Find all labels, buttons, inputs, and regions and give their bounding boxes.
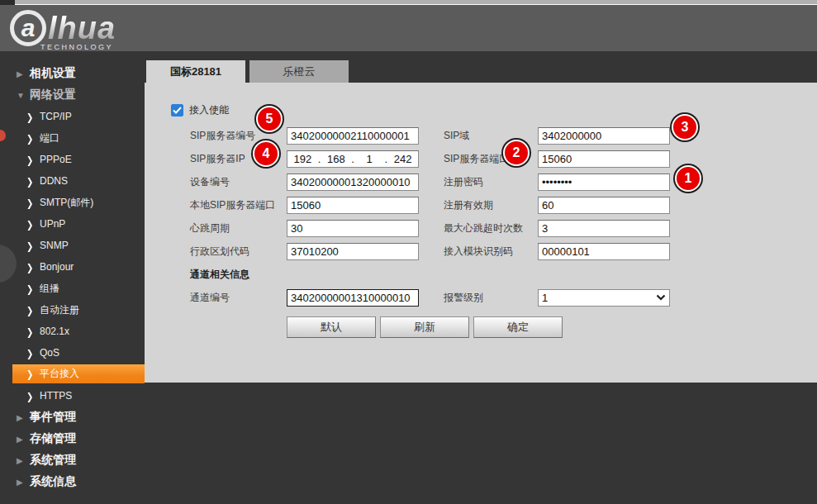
sidebar-item-label: SMTP(邮件) — [40, 196, 93, 210]
triangle-right-icon: ▶ — [17, 456, 30, 465]
form-row: SIP服务器编号SIP域 — [145, 124, 817, 147]
sidebar-item-label: 系统信息 — [30, 474, 76, 489]
sip-server-id-input[interactable] — [287, 127, 419, 145]
device-id-input[interactable] — [287, 174, 419, 191]
chevron-right-icon: ❯ — [26, 240, 40, 250]
form-row: 心跳周期最大心跳超时次数 — [145, 216, 817, 240]
default-button[interactable]: 默认 — [287, 316, 376, 338]
sidebar-item-upnp[interactable]: ❯UPnP — [12, 213, 145, 235]
sidebar-item-pppoe[interactable]: ❯PPPoE — [12, 149, 145, 170]
form-row: 设备编号注册密码 — [145, 170, 817, 193]
chevron-right-icon: ❯ — [26, 283, 40, 293]
sidebar-item-label: DDNS — [40, 175, 68, 187]
sidebar-item-smtp[interactable]: ❯SMTP(邮件) — [12, 192, 145, 213]
chevron-right-icon: ❯ — [26, 111, 40, 121]
register-validity-input[interactable] — [538, 197, 670, 214]
channel-id-input[interactable] — [287, 289, 419, 307]
sidebar-item-system-info[interactable]: ▶系统信息 — [0, 471, 145, 492]
logo-circle-a: a — [10, 10, 46, 46]
sidebar-item-tcpip[interactable]: ❯TCP/IP — [12, 106, 145, 127]
triangle-right-icon: ▶ — [17, 435, 30, 444]
chevron-right-icon: ❯ — [26, 304, 40, 315]
access-enable-checkbox[interactable] — [171, 104, 183, 116]
sidebar-item-bonjour[interactable]: ❯Bonjour — [12, 256, 145, 278]
sidebar-item-label: 存储管理 — [30, 431, 76, 446]
sip-server-ip-input[interactable]: 192.168.1.242 — [287, 150, 419, 168]
sidebar-item-8021x[interactable]: ❯802.1x — [12, 321, 145, 342]
ip-octet[interactable]: 242 — [387, 153, 418, 165]
admin-region-code-label: 行政区划代码 — [190, 245, 287, 259]
annotation-circle-4: 4 — [253, 140, 279, 167]
ip-octet[interactable]: 1 — [354, 153, 385, 165]
sidebar-item-label: 自动注册 — [40, 303, 79, 317]
sidebar-item-label: 802.1x — [40, 326, 69, 337]
admin-region-code-input[interactable] — [287, 243, 419, 260]
sip-domain-input[interactable] — [538, 127, 670, 145]
device-id-label: 设备编号 — [190, 175, 287, 189]
form-row: SIP服务器IP192.168.1.242SIP服务器端口 — [145, 147, 817, 170]
annotation-circle-3: 3 — [672, 114, 698, 140]
chevron-right-icon: ❯ — [26, 390, 40, 401]
sidebar-item-platform-access[interactable]: ❯平台接入 — [12, 364, 145, 383]
sidebar-item-event-management[interactable]: ▶事件管理 — [0, 407, 145, 428]
triangle-right-icon: ▶ — [17, 69, 30, 78]
sidebar-item-auto-register[interactable]: ❯自动注册 — [12, 299, 145, 321]
local-sip-port-input[interactable] — [287, 197, 419, 214]
chevron-right-icon: ❯ — [26, 347, 40, 358]
chevron-right-icon: ❯ — [26, 261, 40, 272]
chevron-right-icon: ❯ — [26, 132, 40, 143]
sidebar-item-label: PPPoE — [40, 154, 72, 165]
annotation-circle-2: 2 — [503, 140, 530, 166]
access-enable-label: 接入使能 — [189, 103, 229, 117]
triangle-right-icon: ▶ — [17, 478, 30, 487]
chevron-right-icon: ❯ — [26, 154, 40, 164]
annotation-circle-5: 5 — [256, 106, 283, 132]
annotation-circle-1: 1 — [675, 165, 701, 192]
sidebar-item-snmp[interactable]: ❯SNMP — [12, 235, 145, 256]
sidebar-item-https[interactable]: ❯HTTPS — [12, 385, 145, 407]
sidebar-item-port[interactable]: ❯端口 — [12, 127, 145, 149]
dahua-logo: a lhua TECHNOLOGY — [10, 10, 116, 46]
sidebar-item-label: SNMP — [40, 240, 69, 251]
access-module-id-input[interactable] — [538, 243, 670, 260]
alarm-level-selected-value: 1 — [542, 292, 656, 304]
access-module-id-label: 接入模块识别码 — [444, 245, 538, 259]
sidebar-item-label: 系统管理 — [30, 453, 76, 468]
sidebar-item-qos[interactable]: ❯QoS — [12, 342, 145, 364]
chevron-right-icon: ❯ — [26, 175, 40, 186]
sidebar-item-storage-management[interactable]: ▶存储管理 — [0, 428, 145, 449]
max-heartbeat-timeouts-input[interactable] — [538, 220, 670, 237]
register-validity-label: 注册有效期 — [444, 198, 538, 212]
tab-gb28181[interactable]: 国标28181 — [146, 60, 245, 83]
tab-gb28181-label: 国标28181 — [170, 64, 221, 79]
sip-domain-label: SIP域 — [444, 129, 538, 143]
sidebar-item-ddns[interactable]: ❯DDNS — [12, 170, 145, 192]
confirm-button[interactable]: 确定 — [473, 316, 563, 338]
sidebar-item-label: 网络设置 — [30, 88, 76, 102]
sidebar-item-label: HTTPS — [40, 390, 72, 402]
sidebar-item-network-settings[interactable]: ▼网络设置 — [0, 84, 145, 106]
sidebar-item-camera-settings[interactable]: ▶相机设置 — [0, 63, 145, 84]
sidebar-item-multicast[interactable]: ❯组播 — [12, 278, 145, 299]
header: a lhua TECHNOLOGY — [0, 5, 817, 51]
checkmark-icon — [173, 107, 182, 114]
logo-wordmark: lhua — [48, 11, 116, 46]
sidebar-item-system-management[interactable]: ▶系统管理 — [0, 449, 145, 471]
tab-lechange-cloud-label: 乐橙云 — [283, 64, 316, 79]
tab-lechange-cloud[interactable]: 乐橙云 — [249, 60, 349, 83]
form-row: 行政区划代码接入模块识别码 — [145, 240, 817, 263]
chevron-right-icon: ❯ — [26, 326, 40, 336]
sidebar-item-label: UPnP — [40, 218, 65, 230]
ip-octet[interactable]: 168 — [321, 153, 351, 165]
heartbeat-period-input[interactable] — [287, 220, 419, 237]
max-heartbeat-timeouts-label: 最大心跳超时次数 — [444, 221, 538, 235]
sidebar-item-label: QoS — [40, 347, 59, 359]
form-rows: SIP服务器编号SIP域SIP服务器IP192.168.1.242SIP服务器端… — [145, 124, 817, 338]
ip-octet[interactable]: 192 — [287, 153, 318, 165]
refresh-button[interactable]: 刷新 — [380, 316, 469, 338]
sip-server-port-input[interactable] — [538, 150, 670, 168]
register-password-input[interactable] — [538, 174, 670, 191]
alarm-level-input[interactable]: 1 — [538, 289, 670, 307]
logo-technology-text: TECHNOLOGY — [40, 43, 113, 51]
triangle-down-icon: ▼ — [17, 91, 30, 100]
